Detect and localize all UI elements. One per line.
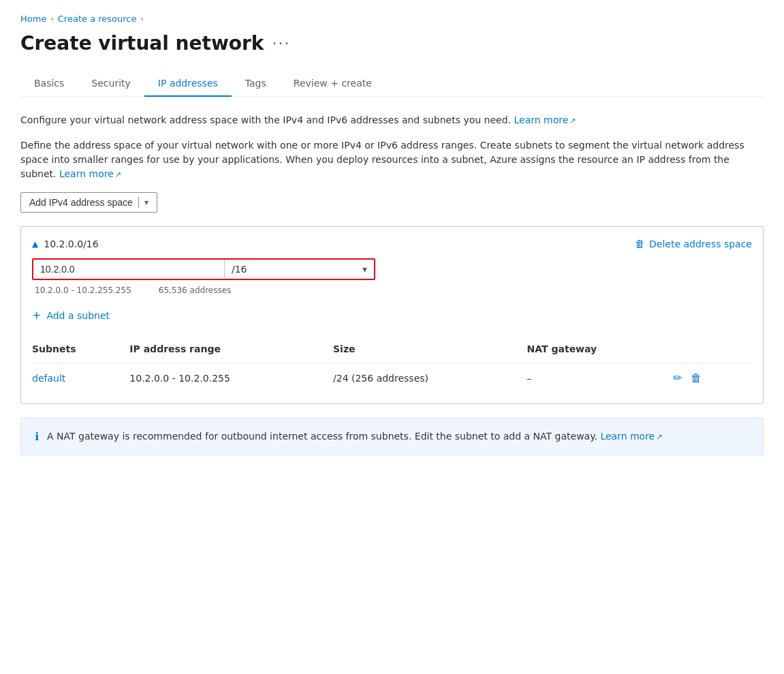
- subnet-actions-cell: ✏️ 🗑: [673, 363, 752, 393]
- tab-security[interactable]: Security: [78, 71, 144, 97]
- learn-more-link-1[interactable]: Learn more↗: [514, 114, 576, 125]
- breadcrumb-sep-1: ›: [50, 14, 53, 23]
- chevron-down-icon: ▾: [362, 264, 367, 275]
- plus-icon: +: [32, 309, 41, 322]
- delete-address-space-button[interactable]: 🗑 Delete address space: [635, 238, 752, 250]
- col-subnets: Subnets: [32, 338, 129, 363]
- breadcrumb-sep-2: ›: [140, 14, 143, 23]
- description-1: Configure your virtual network address s…: [20, 113, 764, 127]
- breadcrumb-home[interactable]: Home: [20, 14, 46, 24]
- subnet-nat-cell: –: [527, 363, 674, 393]
- subnet-name-link[interactable]: default: [32, 373, 65, 384]
- tab-review-create[interactable]: Review + create: [280, 71, 386, 97]
- address-space-container: ▲ 10.2.0.0/16 🗑 Delete address space /16…: [20, 226, 764, 404]
- button-divider: [138, 197, 139, 208]
- tabs-nav: Basics Security IP addresses Tags Review…: [20, 71, 764, 97]
- breadcrumb-create-resource[interactable]: Create a resource: [58, 14, 137, 24]
- learn-more-link-banner[interactable]: Learn more↗: [600, 431, 662, 442]
- add-subnet-button[interactable]: + Add a subnet: [32, 306, 752, 324]
- info-banner-text: A NAT gateway is recommended for outboun…: [47, 429, 662, 444]
- more-options-button[interactable]: ···: [272, 35, 290, 52]
- table-row: default 10.2.0.0 - 10.2.0.255 /24 (256 a…: [32, 363, 752, 393]
- ip-prefix-value: /16: [232, 264, 247, 275]
- trash-icon: 🗑: [635, 238, 645, 250]
- delete-subnet-icon[interactable]: 🗑: [691, 371, 702, 384]
- subnets-table-header: Subnets IP address range Size NAT gatewa…: [32, 338, 752, 363]
- ip-range-info: 10.2.0.0 - 10.2.255.255 65,536 addresses: [32, 286, 752, 295]
- external-link-icon-1: ↗: [569, 116, 576, 127]
- ip-input-row: /16 ▾: [32, 258, 375, 280]
- tab-ip-addresses[interactable]: IP addresses: [144, 71, 232, 97]
- address-space-cidr: 10.2.0.0/16: [44, 239, 98, 249]
- learn-more-link-2[interactable]: Learn more↗: [59, 168, 121, 179]
- ip-address-input[interactable]: [33, 260, 224, 279]
- address-space-title-row: ▲ 10.2.0.0/16: [32, 239, 99, 249]
- add-ipv4-label: Add IPv4 address space: [29, 197, 133, 208]
- col-actions: [673, 338, 752, 363]
- col-nat: NAT gateway: [527, 338, 674, 363]
- add-ipv4-button[interactable]: Add IPv4 address space ▾: [20, 192, 157, 213]
- subnet-ip-range-cell: 10.2.0.0 - 10.2.0.255: [129, 363, 333, 393]
- ip-range-text: 10.2.0.0 - 10.2.255.255: [35, 286, 131, 295]
- address-space-header: ▲ 10.2.0.0/16 🗑 Delete address space: [32, 238, 752, 250]
- ip-prefix-select[interactable]: /16 ▾: [224, 260, 374, 279]
- col-size: Size: [333, 338, 527, 363]
- collapse-icon[interactable]: ▲: [32, 239, 38, 249]
- external-link-icon-2: ↗: [115, 170, 121, 181]
- edit-subnet-icon[interactable]: ✏️: [673, 371, 682, 384]
- subnet-name-cell: default: [32, 363, 129, 393]
- info-banner: ℹ A NAT gateway is recommended for outbo…: [20, 418, 764, 455]
- subnet-size-cell: /24 (256 addresses): [333, 363, 527, 393]
- tab-tags[interactable]: Tags: [232, 71, 280, 97]
- description-2: Define the address space of your virtual…: [20, 138, 764, 181]
- page-title: Create virtual network: [20, 32, 264, 55]
- info-circle-icon: ℹ: [35, 430, 39, 443]
- subnets-table-body: default 10.2.0.0 - 10.2.0.255 /24 (256 a…: [32, 363, 752, 393]
- external-link-icon-banner: ↗: [656, 432, 662, 444]
- breadcrumb: Home › Create a resource ›: [20, 14, 764, 24]
- addresses-count: 65,536 addresses: [159, 286, 232, 295]
- chevron-down-icon: ▾: [144, 198, 148, 207]
- col-ip-range: IP address range: [129, 338, 333, 363]
- subnets-table: Subnets IP address range Size NAT gatewa…: [32, 338, 752, 393]
- page-title-row: Create virtual network ···: [20, 32, 764, 55]
- tab-basics[interactable]: Basics: [20, 71, 78, 97]
